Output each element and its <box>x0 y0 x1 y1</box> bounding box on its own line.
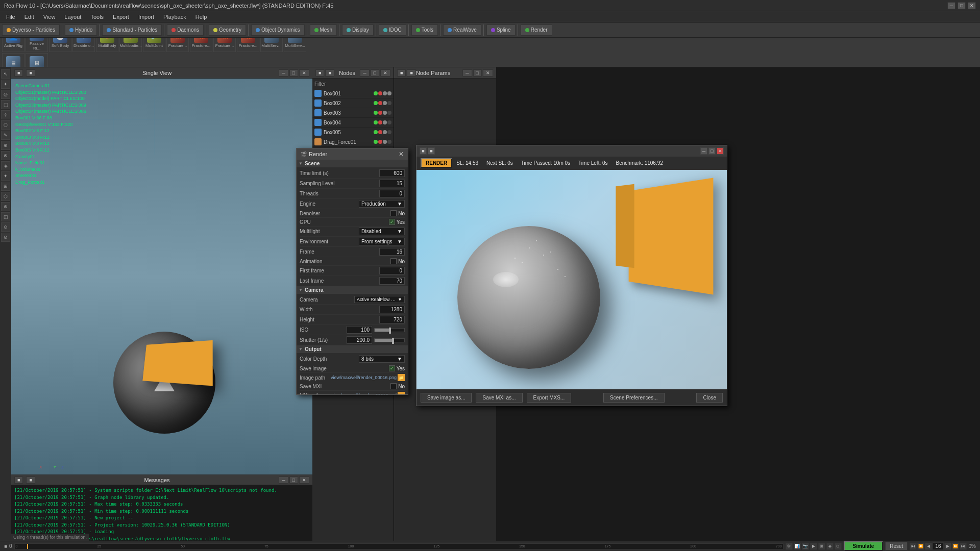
pb-camera[interactable]: 📷 <box>802 543 809 550</box>
messages-lock-btn[interactable]: ■ <box>14 477 23 484</box>
camera-section-header[interactable]: ▼ Camera <box>297 286 408 294</box>
step-fwd-btn[interactable]: ⏩ <box>952 543 959 550</box>
output-section-header[interactable]: ▼ Output <box>297 345 408 353</box>
ro-btn1[interactable]: ■ <box>420 147 427 155</box>
menu-help[interactable]: Help <box>191 13 211 21</box>
viewport-close[interactable]: ✕ <box>299 69 309 77</box>
object-dynamics-button[interactable]: Object Dynamics <box>251 24 305 36</box>
scene-section-header[interactable]: ▼ Scene <box>297 160 408 167</box>
tool-13[interactable]: ⬡ <box>1 192 10 201</box>
camera-dropdown[interactable]: Active RealFlow camera (SceneCame ▼ <box>354 296 405 303</box>
tool-15[interactable]: ◫ <box>1 212 10 221</box>
environment-dropdown[interactable]: From settings ▼ <box>359 238 405 245</box>
spline-button[interactable]: Spline <box>486 24 516 36</box>
shutter-slider[interactable] <box>374 338 405 342</box>
node-drag-force[interactable]: Drag_Force01 <box>312 137 394 147</box>
disable-icon-btn[interactable]: ⊘ Disable o... <box>72 38 95 52</box>
nodes-close[interactable]: ✕ <box>380 69 390 77</box>
animation-checkbox[interactable] <box>390 258 397 264</box>
menu-file[interactable]: File <box>2 13 19 21</box>
passive-rig-icon-btn[interactable]: 👥 Passive Ri... <box>26 38 48 52</box>
multibody-icon-btn[interactable]: 📦 MultiBody <box>96 38 118 52</box>
node-box004[interactable]: Box004 <box>312 118 394 128</box>
dyverso-particles-button[interactable]: Dyverso - Particles <box>2 24 60 36</box>
menu-edit[interactable]: Edit <box>20 13 38 21</box>
reset-button[interactable]: Reset <box>885 542 908 550</box>
tool-14[interactable]: ⊛ <box>1 202 10 211</box>
gpu-checkbox[interactable]: ✓ <box>389 219 395 225</box>
render-output-close-button[interactable]: Close <box>696 393 723 403</box>
simulate-button[interactable]: Simulate <box>844 541 884 551</box>
maximize-button[interactable]: □ <box>958 2 966 9</box>
display-button[interactable]: Display <box>342 24 374 36</box>
minimize-button[interactable]: ─ <box>947 2 955 9</box>
messages-close[interactable]: ✕ <box>299 477 309 484</box>
nodes-btn1[interactable]: ■ <box>315 69 324 77</box>
fracture2-icon-btn[interactable]: 💥 Fracture... <box>190 38 212 52</box>
multiserver1-icon-btn[interactable]: 🖥 MultiServ... <box>260 38 283 52</box>
render-tab-button[interactable]: RENDER <box>421 158 452 168</box>
idoc-button[interactable]: IDOC <box>379 24 406 36</box>
nodes-maximize[interactable]: □ <box>371 69 379 77</box>
menu-playback[interactable]: Playback <box>159 13 190 21</box>
multiserver4-icon-btn[interactable]: 🖥 MultiServ... <box>26 53 48 68</box>
node-box001[interactable]: Box001 <box>312 89 394 98</box>
skip-end-btn[interactable]: ⏭ <box>960 543 967 550</box>
engine-dropdown[interactable]: Production ▼ <box>359 200 405 208</box>
tool-10[interactable]: ◈ <box>1 161 10 170</box>
node-box005[interactable]: Box005 <box>312 128 394 137</box>
tool-6[interactable]: ⬡ <box>1 120 10 130</box>
tools-button[interactable]: Tools <box>411 24 438 36</box>
tool-9[interactable]: ⊗ <box>1 151 10 160</box>
render-dialog-close[interactable]: ✕ <box>399 151 404 158</box>
daemons-button[interactable]: Daemons <box>167 24 204 36</box>
multiserver3-icon-btn[interactable]: 🖥 MultiServ... <box>2 53 24 68</box>
mxi-path-browse[interactable]: 📁 <box>398 392 405 394</box>
pb-misc2[interactable]: ◈ <box>826 543 834 550</box>
nodes-btn2[interactable]: ■ <box>325 69 334 77</box>
ro-maximize[interactable]: □ <box>708 147 716 155</box>
timeline[interactable]: 0 25 50 75 100 125 150 175 200 700 <box>14 543 783 549</box>
tool-3[interactable]: ◎ <box>1 90 10 99</box>
3d-viewport[interactable]: SceneCamera01 Object01(master) PARTICLES… <box>11 79 312 474</box>
play-fwd-btn[interactable]: ▶ <box>944 543 951 550</box>
messages-maximize[interactable]: □ <box>289 477 298 484</box>
messages-lock-btn2[interactable]: ■ <box>26 477 35 484</box>
image-path-browse[interactable]: 📁 <box>398 374 405 381</box>
mesh-button[interactable]: Mesh <box>310 24 337 36</box>
play-back-btn[interactable]: ◀ <box>925 543 932 550</box>
np-btn2[interactable]: ■ <box>407 69 415 77</box>
tool-4[interactable]: ⬚ <box>1 100 10 109</box>
realwave-button[interactable]: RealWave <box>443 24 481 36</box>
node-box003[interactable]: Box003 <box>312 108 394 118</box>
save-mxi-checkbox[interactable] <box>390 383 397 389</box>
np-close[interactable]: ✕ <box>483 69 493 77</box>
save-image-checkbox[interactable]: ✓ <box>389 365 395 371</box>
messages-minimize[interactable]: ─ <box>279 477 288 484</box>
viewport-lock-btn2[interactable]: ■ <box>26 69 35 77</box>
tool-8[interactable]: ⊕ <box>1 141 10 150</box>
select-tool[interactable]: ↖ <box>1 69 10 79</box>
soft-body-icon-btn[interactable]: ⬤ Soft Body <box>49 38 71 52</box>
denoiser-checkbox[interactable] <box>390 210 397 216</box>
viewport-minimize[interactable]: ─ <box>279 69 288 77</box>
multiserver2-icon-btn[interactable]: 🖥 MultiServ... <box>284 38 306 52</box>
nodes-minimize[interactable]: ─ <box>360 69 369 77</box>
pb-misc3[interactable]: ⊙ <box>835 543 842 550</box>
multilight-dropdown[interactable]: Disabled ▼ <box>359 228 405 235</box>
multijoint-icon-btn[interactable]: 🔗 MultiJoint <box>143 38 165 52</box>
fracture1-icon-btn[interactable]: 💥 Fracture... <box>166 38 189 52</box>
tool-7[interactable]: ✎ <box>1 131 10 140</box>
ro-btn2[interactable]: ■ <box>428 147 435 155</box>
save-image-as-button[interactable]: Save image as... <box>421 393 472 403</box>
np-minimize[interactable]: ─ <box>462 69 472 77</box>
tool-11[interactable]: ✦ <box>1 171 10 181</box>
node-box002[interactable]: Box002 <box>312 98 394 108</box>
tool-12[interactable]: ⊞ <box>1 182 10 191</box>
np-btn1[interactable]: ■ <box>397 69 406 77</box>
hybrido-button[interactable]: Hybrido <box>65 24 97 36</box>
menu-view[interactable]: View <box>39 13 60 21</box>
geometry-button[interactable]: Geometry <box>209 24 246 36</box>
render-toolbar-button[interactable]: Render <box>521 24 552 36</box>
skip-start-btn[interactable]: ⏮ <box>910 543 917 550</box>
